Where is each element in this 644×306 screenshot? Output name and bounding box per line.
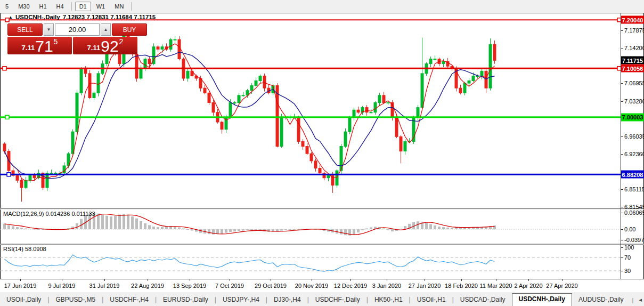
buy-price-big: 92 [101,39,118,54]
price-badge-6.88208: 6.88208 [621,171,644,179]
price-axis-border [621,13,621,279]
level-line-7.00003 [0,116,621,118]
level-handle[interactable] [617,67,621,70]
rsi-indicator-label: RSI(14) 58.0908 [3,246,46,252]
date-label: 18 Feb 2020 [445,283,478,289]
tab-scroll-left-icon[interactable]: ◂ [639,296,642,303]
date-tick-mark [496,279,496,281]
timeframe-mn[interactable]: MN [110,2,128,11]
tab-gbpusd-m5[interactable]: GBPUSD-,M5 [49,294,102,306]
rsi-tick-mark [621,271,623,271]
time-axis[interactable]: 17 Jun 20199 Jul 201931 Jul 201922 Aug 2… [0,279,644,292]
price-badge-7.11715: 7.11715 [621,57,644,65]
tab-usdjpy-h4[interactable]: USDJPY-,H4 [216,294,266,306]
rsi-tick-mark [621,257,623,258]
date-label: 20 Nov 2019 [295,283,328,289]
tab-dj30-h4[interactable]: DJ30-,H4 [267,294,307,306]
price-tick-label: 7.14200 [624,45,644,51]
level-handle[interactable] [7,173,11,176]
rsi-tick-label: 70 [624,254,631,261]
timeframe-d1[interactable]: D1 [75,2,91,11]
date-label: 9 Jul 2019 [48,283,76,289]
date-label: 27 Jan 2020 [409,283,441,289]
date-label: 17 Jun 2019 [4,283,37,289]
tab-usoil-h1[interactable]: USOil-,H1 [411,294,452,306]
date-tick-mark [20,279,21,281]
volume-decrease-button[interactable]: ▼ [44,23,54,36]
tab-usdcad-daily[interactable]: USDCAD-,Daily [454,294,512,306]
timeframe-w1[interactable]: W1 [92,2,110,11]
date-tick-mark [271,279,271,281]
sell-price-box[interactable]: 7.11 71 5 [7,37,72,54]
price-tick-mark [621,136,623,137]
level-line-7.10056 [0,68,621,69]
price-tick-label: 7.06955 [624,80,644,86]
volume-input[interactable] [55,23,100,36]
chart-title: ▲ USDCNH-,Daily 7.12823 7.12831 7.11684 … [9,14,156,20]
sell-price-sup: 5 [54,37,58,46]
tab-scroll-arrows: |◂▸ [630,296,644,306]
collapse-panel-icon[interactable]: ▲ [9,15,13,20]
price-tick-label: 6.81545 [624,204,644,210]
tab-audusd-daily[interactable]: AUDUSD-,Daily [572,294,630,306]
timeframe-h1[interactable]: H1 [35,2,51,11]
date-label: 22 Aug 2019 [131,283,164,289]
date-label: 3 Jan 2020 [372,283,401,289]
tab-usdcnh-daily[interactable]: USDCNH-,Daily [512,293,572,306]
date-label: 7 Oct 2019 [215,283,244,289]
timeframe-5[interactable]: 5 [1,2,13,11]
timeframe-h4[interactable]: H4 [52,2,68,11]
date-tick-mark [190,279,190,281]
date-tick-mark [62,279,62,281]
volume-increase-button[interactable]: ▲ [101,23,111,36]
rsi-pane[interactable] [0,245,621,279]
price-tick-mark [621,101,623,102]
buy-button[interactable]: BUY [112,23,147,36]
date-tick-mark [528,279,529,281]
level-handle[interactable] [617,18,621,22]
trading-app-window: 5M30H1H4D1W1MN ▲ USDCNH-,Daily 7.12823 7… [0,0,644,306]
tab-usdchf-h4[interactable]: USDCHF-,H4 [103,294,155,306]
buy-price-box[interactable]: 7.11 92 2 [73,37,137,54]
rsi-tick-mark [621,247,623,248]
date-label: 29 Oct 2019 [255,283,287,289]
buy-price-sup: 2 [119,37,124,46]
level-handle[interactable] [3,67,6,70]
date-label: 2 Apr 2020 [514,283,542,289]
price-tick-mark [621,189,623,190]
sell-price-prefix: 7.11 [22,44,35,52]
chart-symbol-label: USDCNH-,Daily [15,14,60,20]
price-badge-7.00003: 7.00003 [621,113,644,121]
date-tick-mark [312,279,312,281]
level-handle[interactable] [5,115,9,119]
price-badge-7.10056: 7.10056 [621,65,644,73]
date-tick-mark [461,279,462,281]
rsi-tick-label: 100 [624,244,634,251]
price-tick-label: 6.92360 [624,151,644,157]
macd-tick-mark [621,213,623,213]
tab-eurusd-daily[interactable]: EURUSD-,Daily [157,294,215,306]
price-tick-label: 7.17875 [624,27,644,34]
tab-usdchf-daily[interactable]: USDCHF-,Daily [309,294,366,306]
price-tick-mark [621,207,623,207]
macd-tick-label: -0.039792 [624,237,644,243]
toolbar-separator [131,2,132,11]
macd-tick-mark [621,240,623,240]
sell-button[interactable]: SELL [7,23,43,36]
price-tick-mark [621,83,623,84]
macd-tick-label: 0.060657 [624,210,644,216]
macd-tick-mark [621,229,623,230]
tab-usoil-daily[interactable]: USOil-,Daily [0,294,47,306]
date-tick-mark [562,279,563,281]
toolbar-separator [71,2,72,11]
tab-hk50-h1[interactable]: HK50-,H1 [368,294,409,306]
sell-price-big: 71 [35,39,53,54]
price-tick-mark [621,48,623,49]
level-line-6.88208 [0,174,621,175]
date-tick-mark [104,279,105,281]
price-badge-7.20040: 7.20040 [621,16,644,24]
price-tick-label: 6.96035 [624,133,644,140]
timeframe-m30[interactable]: M30 [14,2,34,11]
chart-tab-bar: USOil-,Daily|GBPUSD-,M5|USDCHF-,H4|EURUS… [0,293,644,306]
macd-tick-label: 0.00 [624,226,635,232]
